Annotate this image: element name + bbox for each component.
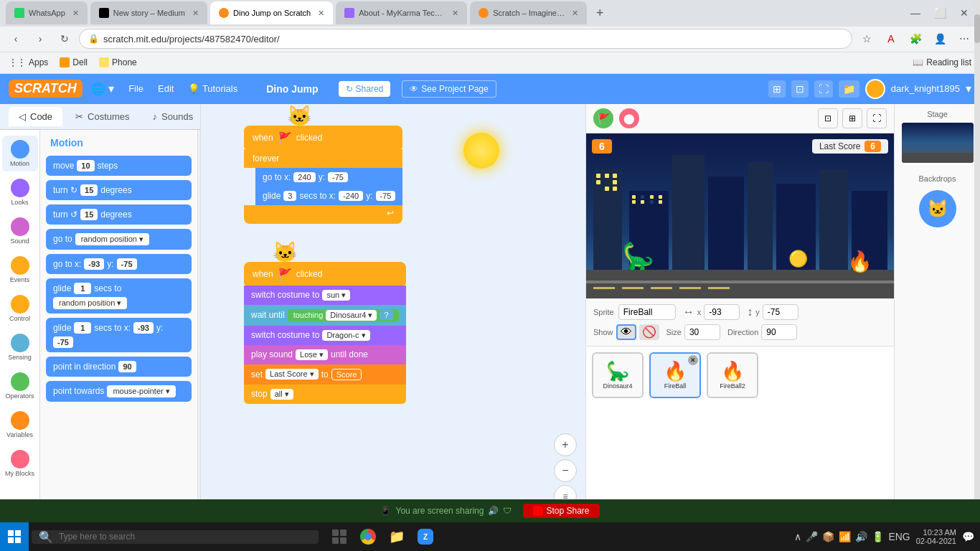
tab-scratch-main[interactable]: Scratch – Imagine, Program, S… ✕ bbox=[470, 1, 587, 24]
taskbar-chrome-icon[interactable] bbox=[356, 524, 380, 549]
bookmark-apps[interactable]: ⋮⋮ Apps bbox=[9, 57, 48, 67]
dinosaur4-dropdown[interactable]: Dinosaur4 ▾ bbox=[326, 310, 377, 321]
code-canvas[interactable]: 🐱 when 🚩 clicked forever go to x: 240 bbox=[201, 104, 585, 551]
profile-icon[interactable]: 👤 bbox=[930, 29, 950, 49]
forward-button[interactable]: › bbox=[30, 29, 50, 49]
turn-cw-block[interactable]: turn ↻ 15 degrees bbox=[46, 180, 192, 200]
layout-icon-2[interactable]: ⊡ bbox=[791, 80, 809, 98]
menu-file[interactable]: File bbox=[123, 80, 149, 97]
show-visible-button[interactable]: 👁 bbox=[616, 324, 636, 340]
turn-ccw-input[interactable]: 15 bbox=[80, 209, 98, 220]
goto-dropdown[interactable]: random position ▾ bbox=[75, 233, 149, 245]
sidebar-myblocks[interactable]: My Blocks bbox=[2, 446, 38, 481]
stop-share-button[interactable]: Stop Share bbox=[523, 504, 599, 518]
sprite-name-input[interactable] bbox=[618, 304, 676, 320]
glide-code-block[interactable]: glide 3 secs to x: -240 y: -75 bbox=[255, 187, 402, 205]
user-avatar[interactable] bbox=[865, 79, 885, 99]
large-stage-button[interactable]: ⊞ bbox=[842, 108, 862, 128]
settings-icon[interactable]: ⋯ bbox=[954, 29, 974, 49]
green-flag-button[interactable]: 🚩 bbox=[593, 108, 613, 128]
glide-rand-dropdown[interactable]: random position ▾ bbox=[53, 297, 127, 309]
y-input[interactable] bbox=[763, 304, 798, 320]
switch-costume-1-block[interactable]: switch costume to sun ▾ bbox=[244, 286, 406, 305]
glide-rand-block[interactable]: glide 1 secs to random position ▾ bbox=[46, 278, 192, 314]
restore-button[interactable]: ⬜ bbox=[930, 3, 950, 23]
extensions-icon[interactable]: 🧩 bbox=[905, 29, 925, 49]
goto-xy-block[interactable]: go to x: -93 y: -75 bbox=[46, 254, 192, 274]
tray-dropbox-icon[interactable]: 📦 bbox=[822, 531, 834, 542]
tab-scratch-dino-close[interactable]: ✕ bbox=[318, 9, 324, 18]
point-dir-block[interactable]: point in direction 90 bbox=[46, 357, 192, 377]
wait-until-block[interactable]: wait until touching Dinosaur4 ▾ ? bbox=[244, 305, 406, 326]
last-score-dropdown[interactable]: Last Score ▾ bbox=[265, 369, 319, 380]
username[interactable]: dark_knight1895 bbox=[891, 83, 960, 94]
sidebar-sensing[interactable]: Sensing bbox=[2, 329, 38, 365]
show-hidden-button[interactable]: 🚫 bbox=[639, 324, 659, 340]
back-button[interactable]: ‹ bbox=[6, 29, 26, 49]
goto-block[interactable]: go to random position ▾ bbox=[46, 229, 192, 250]
menu-edit[interactable]: Edit bbox=[152, 80, 179, 97]
switch-costume-2-block[interactable]: switch costume to Dragon-c ▾ bbox=[244, 326, 406, 345]
fullscreen-icon[interactable]: ⛶ bbox=[814, 80, 833, 98]
glide-xy-block[interactable]: glide 1 secs to x: -93 y: -75 bbox=[46, 318, 192, 352]
glide-xy-y[interactable]: -75 bbox=[53, 336, 73, 348]
tray-mic-icon[interactable]: 🎤 bbox=[806, 531, 818, 542]
hat-block-1[interactable]: when 🚩 clicked bbox=[244, 126, 402, 149]
direction-input[interactable] bbox=[761, 324, 797, 340]
favorite-icon[interactable]: ☆ bbox=[857, 29, 877, 49]
tab-scratch-dino[interactable]: Dino Jump on Scratch ✕ bbox=[210, 1, 333, 24]
notification-icon[interactable]: 💬 bbox=[962, 531, 974, 542]
goto-y-input[interactable]: -75 bbox=[117, 258, 137, 270]
tab-whatsapp[interactable]: WhatsApp ✕ bbox=[6, 1, 88, 24]
sprite-thumb-fireball2[interactable]: 🔥 FireBall2 bbox=[707, 352, 758, 398]
menu-tutorials[interactable]: 💡 Tutorials bbox=[182, 80, 243, 97]
folder-icon[interactable]: 📁 bbox=[839, 80, 859, 98]
taskbar-zoom-icon[interactable]: Z bbox=[413, 524, 438, 549]
fireball-delete-btn[interactable]: ✕ bbox=[688, 355, 698, 365]
play-sound-block[interactable]: play sound Lose ▾ until done bbox=[244, 345, 406, 364]
glide-xy-x[interactable]: -93 bbox=[133, 322, 154, 334]
stop-dropdown[interactable]: all ▾ bbox=[270, 389, 293, 400]
reading-list[interactable]: 📖 Reading list bbox=[913, 57, 971, 67]
sidebar-operators[interactable]: Operators bbox=[2, 368, 38, 404]
dragon-dropdown[interactable]: Dragon-c ▾ bbox=[322, 330, 369, 341]
stage-small-thumbnail[interactable] bbox=[902, 123, 974, 163]
search-input[interactable] bbox=[59, 532, 311, 542]
tray-lang-icon[interactable]: ENG bbox=[888, 531, 910, 542]
set-variable-block[interactable]: set Last Score ▾ to Score bbox=[244, 364, 406, 385]
glide-xy-secs[interactable]: 1 bbox=[74, 322, 91, 334]
sidebar-sound[interactable]: Sound bbox=[2, 213, 38, 249]
bookmark-phone[interactable]: Phone bbox=[99, 57, 137, 67]
point-towards-block[interactable]: point towards mouse-pointer ▾ bbox=[46, 381, 192, 402]
point-dir-input[interactable]: 90 bbox=[118, 361, 136, 372]
sidebar-looks[interactable]: Looks bbox=[2, 174, 38, 210]
tab-medium[interactable]: New story – Medium ✕ bbox=[90, 1, 207, 24]
sidebar-control[interactable]: Control bbox=[2, 291, 38, 326]
sprite-thumb-dinosaur4[interactable]: 🦕 Dinosaur4 bbox=[592, 352, 644, 398]
tab-medium-close[interactable]: ✕ bbox=[192, 9, 199, 18]
acrobat-icon[interactable]: A bbox=[881, 29, 901, 49]
tab-mykarma-close[interactable]: ✕ bbox=[452, 9, 458, 18]
small-stage-button[interactable]: ⊡ bbox=[818, 108, 838, 128]
tab-costumes[interactable]: ✂ Costumes bbox=[65, 107, 140, 126]
point-towards-dropdown[interactable]: mouse-pointer ▾ bbox=[107, 385, 175, 397]
bookmark-dell[interactable]: Dell bbox=[60, 57, 88, 67]
tab-sounds[interactable]: ♪ Sounds bbox=[143, 107, 204, 126]
close-button[interactable]: ✕ bbox=[954, 3, 974, 23]
lose-dropdown[interactable]: Lose ▾ bbox=[296, 349, 328, 360]
start-button[interactable] bbox=[0, 522, 29, 551]
stop-button[interactable]: ⬤ bbox=[619, 108, 639, 128]
project-name[interactable]: Dino Jump bbox=[258, 80, 326, 98]
user-dropdown-icon[interactable]: ▾ bbox=[966, 82, 971, 95]
glide-rand-secs[interactable]: 1 bbox=[74, 283, 91, 294]
tab-code[interactable]: ◁ Code bbox=[9, 107, 62, 126]
zoom-out-button[interactable]: − bbox=[554, 459, 577, 482]
fullscreen-stage-button[interactable]: ⛶ bbox=[867, 108, 887, 128]
tray-expand-icon[interactable]: ∧ bbox=[794, 531, 801, 542]
forever-block[interactable]: forever bbox=[244, 149, 402, 168]
goto-x-input[interactable]: -93 bbox=[84, 258, 104, 270]
tab-whatsapp-close[interactable]: ✕ bbox=[72, 9, 79, 18]
goto-xy-code-block[interactable]: go to x: 240 y: -75 bbox=[255, 168, 402, 187]
scratch-logo[interactable]: SCRATCH bbox=[9, 80, 83, 98]
taskbar-search-bar[interactable]: 🔍 bbox=[32, 530, 319, 544]
